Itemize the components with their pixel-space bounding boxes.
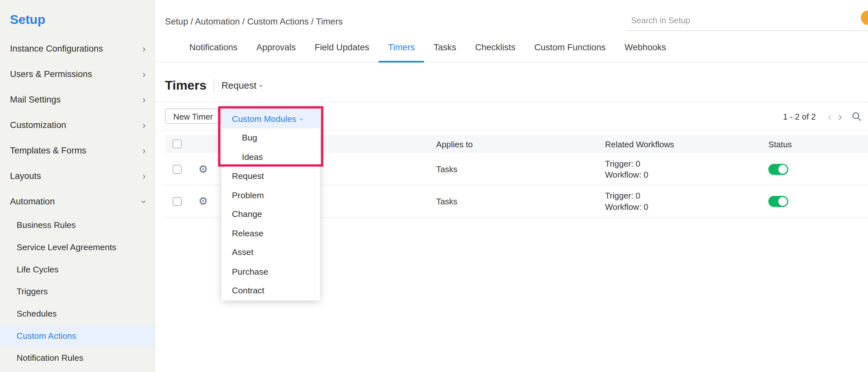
module-selector-value: Request [221,80,257,91]
sidebar-item-label: Templates & Forms [10,146,86,156]
setup-sidebar: Setup Instance Configurations › Users & … [0,0,155,372]
sidebar-item-label: Layouts [10,171,41,181]
sidebar-item-instance-configurations[interactable]: Instance Configurations › [0,36,154,62]
applies-to-cell: Tasks [436,164,605,174]
dropdown-group-label: Custom Modules [232,114,296,124]
sidebar-item-label: Users & Permissions [10,69,92,79]
chevron-right-icon: › [143,171,146,181]
toggle-knob [778,165,787,174]
sidebar-subitem-label: Custom Actions [17,331,76,341]
sidebar-subitem-label: Life Cycles [17,265,59,275]
chevron-right-icon: › [143,95,146,104]
tab-custom-functions[interactable]: Custom Functions [525,42,615,63]
dropdown-item-problem[interactable]: Problem [221,186,320,205]
column-header-applies-to: Applies to [436,139,605,149]
sidebar-subitem-custom-actions[interactable]: Custom Actions [0,325,154,347]
chevron-right-icon: › [143,120,146,130]
sidebar-subitem-triggers[interactable]: Triggers [0,280,154,303]
trigger-count: Trigger: 0 [605,190,768,201]
sidebar-item-templates-forms[interactable]: Templates & Forms › [0,137,154,163]
topbar: Setup / Automation / Custom Actions / Ti… [155,0,868,31]
tab-notifications[interactable]: Notifications [180,42,247,63]
tab-approvals[interactable]: Approvals [247,42,305,63]
setup-title: Setup [0,12,154,36]
dropdown-item-asset[interactable]: Asset [221,243,320,262]
module-dropdown-menu: Custom Modules › Bug Ideas Request Probl… [221,110,320,300]
sidebar-subitem-notification-rules[interactable]: Notification Rules [0,347,154,369]
sidebar-subitem-label: Notification Rules [17,353,84,363]
page-title: Timers [165,78,207,93]
trigger-count: Trigger: 0 [605,158,768,169]
status-toggle[interactable] [768,196,788,207]
sidebar-item-automation[interactable]: Automation › [0,189,154,214]
status-toggle[interactable] [768,163,788,175]
sidebar-item-label: Automation [10,196,55,206]
gear-icon[interactable]: ⚙ [189,195,217,207]
pagination-next-icon[interactable]: › [838,111,842,122]
search-input[interactable] [625,13,849,27]
tab-timers[interactable]: Timers [378,42,424,63]
sidebar-item-users-permissions[interactable]: Users & Permissions › [0,62,154,87]
new-timer-button[interactable]: New Timer [165,108,221,124]
dropdown-item-purchase[interactable]: Purchase [221,262,320,281]
sidebar-subitem-label: Triggers [17,286,48,297]
sidebar-subitem-business-rules[interactable]: Business Rules [0,214,154,236]
sidebar-item-label: Mail Settings [10,95,61,105]
workflow-count: Workflow: 0 [605,169,768,180]
chevron-right-icon: › [143,69,146,79]
toggle-knob [778,197,787,205]
row-checkbox[interactable] [173,165,182,174]
chevron-down-icon: › [298,118,306,120]
title-divider [214,79,214,92]
column-header-status: Status [768,139,868,149]
workflow-count: Workflow: 0 [605,201,768,212]
sidebar-subitem-life-cycles[interactable]: Life Cycles [0,258,154,281]
setup-page: Setup Instance Configurations › Users & … [0,0,868,372]
tab-webhooks[interactable]: Webhooks [615,42,676,63]
sidebar-subitem-service-level-agreements[interactable]: Service Level Agreements [0,236,154,258]
column-header-related-workflows: Related Workflows [605,139,768,149]
sidebar-item-customization[interactable]: Customization › [0,113,154,138]
sidebar-subitem-label: Service Level Agreements [17,242,116,252]
custom-actions-tabs: Notifications Approvals Field Updates Ti… [155,31,868,63]
tab-checklists[interactable]: Checklists [466,42,525,63]
dropdown-item-request[interactable]: Request [221,167,320,186]
dropdown-group-custom-modules[interactable]: Custom Modules › [221,110,320,128]
sidebar-item-label: Customization [10,120,66,130]
chevron-down-icon: › [257,84,266,87]
sidebar-subitem-label: Business Rules [17,220,76,230]
setup-search [625,13,868,31]
chevron-right-icon: › [143,146,146,155]
dropdown-item-contract[interactable]: Contract [221,281,320,300]
select-all-checkbox[interactable] [173,140,182,148]
applies-to-cell: Tasks [436,196,605,206]
sidebar-item-layouts[interactable]: Layouts › [0,163,154,189]
sidebar-item-mail-settings[interactable]: Mail Settings › [0,87,154,113]
related-workflows-cell: Trigger: 0 Workflow: 0 [605,190,768,212]
module-selector-dropdown[interactable]: Request › [221,80,263,91]
pagination-prev-icon[interactable]: ‹ [828,111,832,122]
tab-field-updates[interactable]: Field Updates [305,42,379,63]
dropdown-item-release[interactable]: Release [221,224,320,243]
list-search-icon[interactable] [852,112,861,121]
tab-tasks[interactable]: Tasks [424,42,466,63]
breadcrumb[interactable]: Setup / Automation / Custom Actions / Ti… [165,17,343,27]
chevron-down-icon: › [139,200,149,203]
related-workflows-cell: Trigger: 0 Workflow: 0 [605,158,768,180]
chevron-right-icon: › [143,44,146,53]
pagination-label: 1 - 2 of 2 [783,112,816,121]
sidebar-item-label: Instance Configurations [10,44,103,54]
title-row: Timers Request › [155,63,868,102]
row-checkbox[interactable] [173,197,182,205]
gear-icon[interactable]: ⚙ [189,163,217,175]
dropdown-item-bug[interactable]: Bug [221,128,320,147]
sidebar-subitem-label: Schedules [17,309,57,319]
dropdown-item-ideas[interactable]: Ideas [221,148,320,167]
dropdown-item-change[interactable]: Change [221,205,320,224]
sidebar-subitem-schedules[interactable]: Schedules [0,303,154,325]
